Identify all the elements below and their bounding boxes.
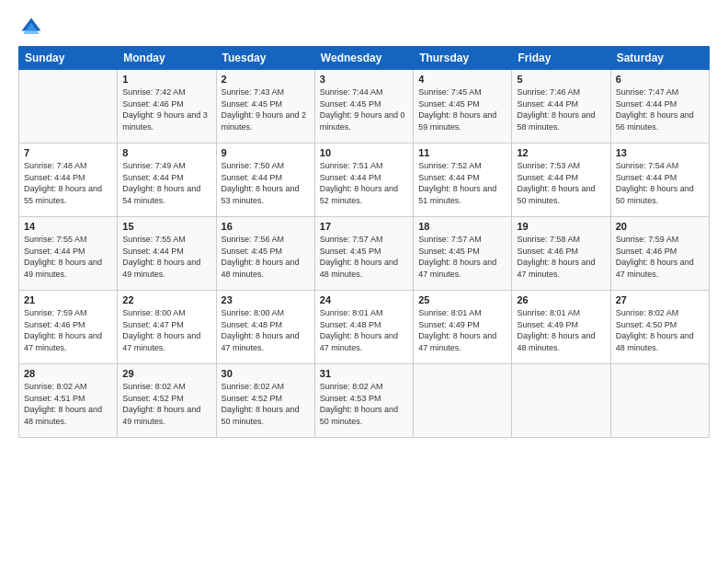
day-info: Sunrise: 7:59 AMSunset: 4:46 PMDaylight:…	[616, 234, 704, 280]
calendar-cell: 3Sunrise: 7:44 AMSunset: 4:45 PMDaylight…	[314, 70, 413, 144]
day-number: 27	[616, 294, 704, 305]
calendar-cell: 14Sunrise: 7:55 AMSunset: 4:44 PMDayligh…	[19, 217, 118, 291]
day-number: 26	[517, 294, 605, 305]
calendar-cell: 19Sunrise: 7:58 AMSunset: 4:46 PMDayligh…	[512, 217, 610, 291]
day-info: Sunrise: 7:57 AMSunset: 4:45 PMDaylight:…	[320, 234, 408, 280]
day-info: Sunrise: 8:01 AMSunset: 4:49 PMDaylight:…	[517, 307, 605, 353]
weekday-header-friday: Friday	[512, 47, 610, 70]
logo	[18, 15, 48, 40]
day-number: 17	[320, 221, 408, 232]
day-info: Sunrise: 8:02 AMSunset: 4:51 PMDaylight:…	[24, 381, 112, 427]
day-info: Sunrise: 8:00 AMSunset: 4:47 PMDaylight:…	[122, 307, 210, 353]
week-row-4: 28Sunrise: 8:02 AMSunset: 4:51 PMDayligh…	[19, 364, 710, 438]
day-info: Sunrise: 7:45 AMSunset: 4:45 PMDaylight:…	[418, 86, 506, 132]
day-info: Sunrise: 7:59 AMSunset: 4:46 PMDaylight:…	[24, 307, 112, 353]
day-info: Sunrise: 8:00 AMSunset: 4:48 PMDaylight:…	[222, 307, 310, 353]
day-info: Sunrise: 7:48 AMSunset: 4:44 PMDaylight:…	[24, 160, 112, 206]
calendar-cell	[512, 364, 610, 438]
calendar-cell: 12Sunrise: 7:53 AMSunset: 4:44 PMDayligh…	[512, 144, 610, 217]
calendar-cell: 31Sunrise: 8:02 AMSunset: 4:53 PMDayligh…	[314, 364, 413, 438]
day-number: 1	[122, 74, 210, 85]
weekday-header-monday: Monday	[118, 47, 216, 70]
calendar-cell: 7Sunrise: 7:48 AMSunset: 4:44 PMDaylight…	[19, 144, 118, 217]
calendar-cell	[610, 364, 709, 438]
day-number: 15	[122, 221, 210, 232]
day-number: 4	[418, 74, 506, 85]
week-row-1: 7Sunrise: 7:48 AMSunset: 4:44 PMDaylight…	[19, 144, 710, 217]
day-number: 29	[122, 368, 210, 379]
day-number: 20	[616, 221, 704, 232]
day-number: 30	[222, 368, 310, 379]
calendar-cell: 24Sunrise: 8:01 AMSunset: 4:48 PMDayligh…	[314, 291, 413, 364]
calendar-table: SundayMondayTuesdayWednesdayThursdayFrid…	[18, 46, 710, 438]
day-number: 19	[517, 221, 605, 232]
day-info: Sunrise: 7:55 AMSunset: 4:44 PMDaylight:…	[122, 234, 210, 280]
day-number: 18	[418, 221, 506, 232]
week-row-3: 21Sunrise: 7:59 AMSunset: 4:46 PMDayligh…	[19, 291, 710, 364]
day-number: 25	[418, 294, 506, 305]
day-number: 22	[122, 294, 210, 305]
calendar-cell	[414, 364, 512, 438]
weekday-row: SundayMondayTuesdayWednesdayThursdayFrid…	[19, 47, 710, 70]
day-number: 16	[222, 221, 310, 232]
day-number: 3	[320, 74, 408, 85]
day-info: Sunrise: 7:57 AMSunset: 4:45 PMDaylight:…	[418, 234, 506, 280]
day-info: Sunrise: 7:44 AMSunset: 4:45 PMDaylight:…	[320, 86, 408, 132]
week-row-2: 14Sunrise: 7:55 AMSunset: 4:44 PMDayligh…	[19, 217, 710, 291]
calendar-cell: 21Sunrise: 7:59 AMSunset: 4:46 PMDayligh…	[19, 291, 118, 364]
day-info: Sunrise: 7:49 AMSunset: 4:44 PMDaylight:…	[122, 160, 210, 206]
calendar-cell: 17Sunrise: 7:57 AMSunset: 4:45 PMDayligh…	[314, 217, 413, 291]
day-number: 24	[320, 294, 408, 305]
page-header	[18, 15, 710, 40]
day-number: 9	[222, 147, 310, 158]
day-number: 12	[517, 147, 605, 158]
calendar-cell: 16Sunrise: 7:56 AMSunset: 4:45 PMDayligh…	[216, 217, 314, 291]
day-number: 8	[122, 147, 210, 158]
weekday-header-saturday: Saturday	[610, 47, 709, 70]
day-info: Sunrise: 7:46 AMSunset: 4:44 PMDaylight:…	[517, 86, 605, 132]
weekday-header-sunday: Sunday	[19, 47, 118, 70]
day-number: 7	[24, 147, 112, 158]
day-number: 31	[320, 368, 408, 379]
calendar-cell: 23Sunrise: 8:00 AMSunset: 4:48 PMDayligh…	[216, 291, 314, 364]
calendar-cell: 15Sunrise: 7:55 AMSunset: 4:44 PMDayligh…	[118, 217, 216, 291]
calendar-cell: 22Sunrise: 8:00 AMSunset: 4:47 PMDayligh…	[118, 291, 216, 364]
day-info: Sunrise: 7:54 AMSunset: 4:44 PMDaylight:…	[616, 160, 704, 206]
calendar-cell: 8Sunrise: 7:49 AMSunset: 4:44 PMDaylight…	[118, 144, 216, 217]
calendar-cell: 30Sunrise: 8:02 AMSunset: 4:52 PMDayligh…	[216, 364, 314, 438]
day-number: 21	[24, 294, 112, 305]
calendar-cell	[19, 70, 118, 144]
day-number: 10	[320, 147, 408, 158]
calendar-cell: 18Sunrise: 7:57 AMSunset: 4:45 PMDayligh…	[414, 217, 512, 291]
day-number: 28	[24, 368, 112, 379]
day-info: Sunrise: 7:43 AMSunset: 4:45 PMDaylight:…	[222, 86, 310, 132]
calendar-cell: 28Sunrise: 8:02 AMSunset: 4:51 PMDayligh…	[19, 364, 118, 438]
day-number: 6	[616, 74, 704, 85]
calendar-header: SundayMondayTuesdayWednesdayThursdayFrid…	[19, 47, 710, 70]
calendar-cell: 11Sunrise: 7:52 AMSunset: 4:44 PMDayligh…	[414, 144, 512, 217]
day-info: Sunrise: 7:52 AMSunset: 4:44 PMDaylight:…	[418, 160, 506, 206]
day-info: Sunrise: 8:01 AMSunset: 4:49 PMDaylight:…	[418, 307, 506, 353]
day-info: Sunrise: 7:56 AMSunset: 4:45 PMDaylight:…	[222, 234, 310, 280]
day-info: Sunrise: 8:02 AMSunset: 4:53 PMDaylight:…	[320, 381, 408, 427]
day-info: Sunrise: 8:01 AMSunset: 4:48 PMDaylight:…	[320, 307, 408, 353]
day-info: Sunrise: 7:50 AMSunset: 4:44 PMDaylight:…	[222, 160, 310, 206]
day-info: Sunrise: 7:42 AMSunset: 4:46 PMDaylight:…	[122, 86, 210, 132]
calendar-cell: 6Sunrise: 7:47 AMSunset: 4:44 PMDaylight…	[610, 70, 709, 144]
calendar-cell: 4Sunrise: 7:45 AMSunset: 4:45 PMDaylight…	[414, 70, 512, 144]
calendar-cell: 2Sunrise: 7:43 AMSunset: 4:45 PMDaylight…	[216, 70, 314, 144]
day-number: 13	[616, 147, 704, 158]
day-number: 11	[418, 147, 506, 158]
day-number: 5	[517, 74, 605, 85]
calendar-cell: 27Sunrise: 8:02 AMSunset: 4:50 PMDayligh…	[610, 291, 709, 364]
calendar-cell: 9Sunrise: 7:50 AMSunset: 4:44 PMDaylight…	[216, 144, 314, 217]
day-info: Sunrise: 7:58 AMSunset: 4:46 PMDaylight:…	[517, 234, 605, 280]
day-number: 23	[222, 294, 310, 305]
weekday-header-tuesday: Tuesday	[216, 47, 314, 70]
logo-icon	[18, 15, 44, 40]
day-info: Sunrise: 8:02 AMSunset: 4:50 PMDaylight:…	[616, 307, 704, 353]
day-number: 2	[222, 74, 310, 85]
calendar-cell: 13Sunrise: 7:54 AMSunset: 4:44 PMDayligh…	[610, 144, 709, 217]
day-info: Sunrise: 7:47 AMSunset: 4:44 PMDaylight:…	[616, 86, 704, 132]
calendar-body: 1Sunrise: 7:42 AMSunset: 4:46 PMDaylight…	[19, 70, 710, 438]
